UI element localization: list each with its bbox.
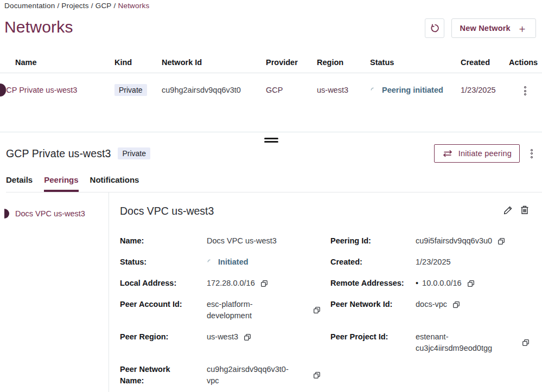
field-label: Peer Account Id:	[120, 299, 207, 310]
peering-item-label: Docs VPC us-west3	[15, 209, 85, 218]
network-detail-header: GCP Private us-west3 Private Initiate pe…	[6, 144, 536, 163]
field-value-peer-account-id: esc-platform-development	[207, 299, 321, 322]
status-text: Initiated	[218, 256, 248, 268]
copy-icon[interactable]	[313, 371, 321, 379]
copy-icon[interactable]	[452, 301, 460, 309]
table-header: Name Kind Network Id Provider Region Sta…	[0, 52, 542, 73]
peering-fields: Name: Docs VPC us-west3 Peering Id: cu9i…	[120, 235, 530, 387]
breadcrumb-documentation[interactable]: Documentation	[4, 2, 55, 10]
field-value-local-address: 172.28.0.0/16	[207, 278, 321, 289]
field-label: Name:	[120, 235, 207, 247]
tab-notifications[interactable]: Notifications	[90, 175, 139, 192]
row-kebab-menu-icon[interactable]	[521, 83, 530, 99]
tab-details[interactable]: Details	[6, 175, 33, 192]
field-label: Peer Region:	[120, 331, 207, 343]
header-actions: New Network ＋	[425, 18, 536, 38]
network-kind-badge: Private	[118, 147, 150, 159]
bullet-icon: •	[416, 278, 418, 289]
peerings-sidebar: Docs VPC us-west3	[0, 192, 109, 392]
page-title: Networks	[4, 18, 73, 36]
spinner-icon	[207, 259, 214, 266]
detail-tabs: Details Peerings Notifications	[6, 175, 542, 192]
field-row: Peer Network Name: cu9hg2airsdv9qq6v3t0-…	[120, 364, 530, 387]
field-value-status: Initiated	[207, 256, 321, 268]
col-status: Status	[370, 58, 461, 67]
field-value-peer-project-id: estenant-cu3jc4iirsdm9eod0tgg	[416, 331, 530, 354]
field-row: Name: Docs VPC us-west3 Peering Id: cu9i…	[120, 235, 530, 247]
peering-marker-icon	[4, 209, 9, 219]
col-provider: Provider	[266, 58, 317, 67]
copy-icon[interactable]	[467, 280, 475, 287]
panel-kebab-menu-icon[interactable]	[527, 146, 536, 162]
breadcrumb-current: Networks	[118, 2, 150, 10]
swap-arrows-icon	[442, 150, 453, 157]
networks-page: Documentation/Projects/GCP/Networks Netw…	[0, 0, 542, 392]
network-detail-title: GCP Private us-west3	[6, 147, 111, 160]
col-created: Created	[461, 58, 509, 67]
field-value-peer-region: us-west3	[207, 331, 321, 343]
col-network-id: Network Id	[162, 58, 266, 67]
col-name: Name	[0, 58, 114, 67]
breadcrumb-separator: /	[112, 2, 118, 10]
copy-icon[interactable]	[313, 306, 321, 314]
edit-pencil-icon[interactable]	[503, 205, 513, 215]
delete-trash-icon[interactable]	[520, 205, 530, 215]
copy-icon[interactable]	[522, 339, 530, 346]
pane-divider	[0, 132, 542, 132]
field-row: Peer Account Id: esc-platform-developmen…	[120, 299, 530, 322]
col-actions: Actions	[509, 58, 542, 67]
col-region: Region	[317, 58, 370, 67]
breadcrumb-separator: /	[55, 2, 61, 10]
copy-icon[interactable]	[498, 237, 505, 245]
new-network-label: New Network	[460, 24, 511, 33]
network-name-link[interactable]: GCP Private us-west3	[0, 86, 114, 94]
field-label: Created:	[330, 256, 416, 268]
field-label: Peering Id:	[330, 235, 416, 247]
field-label: Peer Network Id:	[330, 299, 416, 310]
refresh-icon	[429, 23, 440, 34]
actions-cell	[509, 81, 542, 99]
panel-actions: Initiate peering	[434, 144, 536, 163]
field-value-name: Docs VPC us-west3	[207, 235, 321, 247]
tab-peerings[interactable]: Peerings	[44, 175, 78, 192]
field-label: Remote Addresses:	[330, 278, 416, 289]
field-label: Peer Project Id:	[330, 331, 416, 343]
kind-badge: Private	[114, 84, 147, 96]
breadcrumb: Documentation/Projects/GCP/Networks	[4, 2, 149, 10]
region-cell: us-west3	[317, 86, 370, 94]
field-value-created: 1/23/2025	[416, 256, 530, 268]
breadcrumb-separator: /	[89, 2, 95, 10]
field-value-peer-network-id: docs-vpc	[416, 299, 530, 310]
copy-icon[interactable]	[244, 333, 251, 341]
new-network-button[interactable]: New Network ＋	[451, 18, 536, 38]
status-badge: Peering initiated	[382, 86, 443, 94]
network-kind-cell: Private	[114, 84, 162, 96]
peering-detail-header: Docs VPC us-west3	[120, 205, 530, 217]
col-kind: Kind	[114, 58, 162, 67]
provider-cell: GCP	[266, 86, 317, 94]
breadcrumb-projects[interactable]: Projects	[61, 2, 88, 10]
field-value-peer-network-name: cu9hg2airsdv9qq6v3t0-vpc	[207, 364, 321, 387]
peering-detail-title: Docs VPC us-west3	[120, 205, 214, 217]
pane-drag-handle[interactable]	[264, 138, 278, 143]
networks-table: Name Kind Network Id Provider Region Sta…	[0, 52, 542, 107]
network-id-cell: cu9hg2airsdv9qq6v3t0	[162, 86, 266, 94]
breadcrumb-gcp[interactable]: GCP	[95, 2, 112, 10]
copy-icon[interactable]	[260, 280, 268, 287]
field-label: Local Address:	[120, 278, 207, 289]
status-cell: Peering initiated	[370, 86, 461, 94]
field-label: Status:	[120, 256, 207, 268]
refresh-button[interactable]	[425, 18, 444, 38]
initiate-peering-button[interactable]: Initiate peering	[434, 144, 520, 163]
table-row: GCP Private us-west3 Private cu9hg2airsd…	[0, 73, 542, 107]
plus-icon: ＋	[517, 23, 527, 34]
created-cell: 1/23/2025	[461, 86, 509, 94]
field-value-remote-addresses: • 10.0.0.0/16	[416, 278, 530, 289]
field-row: Status: Initiated Created: 1/23/202	[120, 256, 530, 268]
field-value-peering-id: cu9i5fairsdv9qq6v3u0	[416, 235, 530, 247]
peerings-panel: Docs VPC us-west3 Docs VPC us-west3	[0, 192, 542, 392]
peering-detail: Docs VPC us-west3	[109, 192, 542, 392]
sidebar-item-docs-vpc[interactable]: Docs VPC us-west3	[0, 209, 109, 219]
spinner-icon	[370, 87, 377, 94]
field-row: Peer Region: us-west3 Peer Project Id: e…	[120, 331, 530, 354]
